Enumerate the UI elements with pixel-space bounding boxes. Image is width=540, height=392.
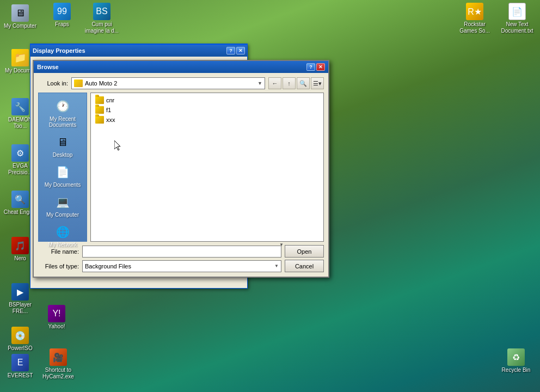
desktop-icon-my-computer[interactable]: 🖥 My Computer	[3, 4, 38, 29]
browse-body: Look in: Auto Moto 2 ▼ ← ↑ 🔍 ☰▾	[34, 73, 328, 277]
evga-icon: ⚙	[11, 144, 29, 162]
bsplayer-label: BSPlayer FRE...	[3, 302, 38, 315]
toolbar-buttons: ← ↑ 🔍 ☰▾	[268, 77, 324, 89]
cheat-engine-icon: 🔍	[11, 191, 29, 208]
display-properties-title: Display Properties	[33, 47, 225, 54]
file-item-cnr[interactable]: cnr	[93, 95, 321, 105]
look-in-folder-icon	[74, 79, 83, 87]
everest-label: EVEREST	[8, 372, 33, 379]
file-name-input-wrapper: ▼	[82, 246, 281, 258]
desktop-icon-new-text[interactable]: 📄 New Text Document.txt	[500, 3, 535, 34]
my-computer-place-label: My Computer	[46, 212, 79, 218]
place-item-my-computer[interactable]: 💻 My Computer	[41, 191, 84, 220]
folder-f1-name: f1	[106, 107, 111, 113]
files-of-type-label: Files of type:	[38, 263, 79, 270]
file-name-label: File name:	[38, 248, 79, 255]
folder-cnr-icon	[95, 96, 104, 104]
file-item-f1[interactable]: f1	[93, 105, 321, 115]
display-properties-help-button[interactable]: ?	[226, 47, 235, 54]
desktop-icon-recycle-bin[interactable]: ♻ Recycle Bin	[499, 348, 533, 373]
desktop: 🖥 My Computer 📁 My Docum... 🔧 DAEMON Too…	[0, 0, 540, 392]
place-item-my-docs[interactable]: 📄 My Documents	[41, 161, 84, 190]
files-of-type-value: Background Files	[85, 263, 131, 270]
my-computer-place-icon: 💻	[54, 193, 71, 211]
my-docs-place-icon: 📄	[54, 163, 71, 181]
recent-documents-label: My Recent Documents	[43, 116, 82, 128]
rockstar-icon: R★	[466, 3, 483, 20]
files-of-type-dropdown-arrow: ▼	[274, 264, 279, 268]
desktop-icon-hycam[interactable]: 🎥 Shortcut to HyCam2.exe	[41, 348, 76, 380]
my-computer-label: My Computer	[4, 23, 36, 29]
folder-cnr-name: cnr	[106, 97, 114, 103]
hycam-icon: 🎥	[50, 348, 67, 366]
desktop-icon-poweriso[interactable]: 💿 PowerISO	[3, 327, 38, 352]
everest-icon: E	[11, 354, 29, 371]
place-item-desktop[interactable]: 🖥 Desktop	[41, 131, 84, 160]
browse-main: 🕐 My Recent Documents 🖥 Desktop 📄 My Doc…	[38, 93, 324, 242]
bsplayer-icon: ▶	[11, 283, 29, 301]
yahoo-label: Yahoo!	[48, 323, 65, 330]
browse-close-button[interactable]: ✕	[316, 63, 325, 71]
desktop-icon-fraps[interactable]: 99 Fraps	[45, 3, 79, 28]
browse-title: Browse	[37, 64, 305, 70]
poweriso-label: PowerISO	[8, 345, 33, 352]
files-of-type-select[interactable]: Background Files ▼	[82, 260, 281, 272]
open-button[interactable]: Open	[285, 245, 324, 258]
recent-documents-icon: 🕐	[54, 97, 71, 115]
daemon-icon: 🔧	[11, 98, 29, 115]
toolbar-view-button[interactable]: ☰▾	[311, 77, 324, 89]
browse-help-button[interactable]: ?	[306, 63, 315, 71]
look-in-value: Auto Moto 2	[85, 80, 117, 87]
recycle-bin-label: Recycle Bin	[502, 367, 531, 373]
file-name-input[interactable]	[82, 246, 281, 258]
browse-bottom: File name: ▼ Open Files of type: Backgro…	[38, 245, 324, 272]
files-of-type-row: Files of type: Background Files ▼ Cancel	[38, 260, 324, 272]
yahoo-icon: Y!	[48, 305, 65, 322]
new-text-label: New Text Document.txt	[500, 21, 535, 34]
desktop-icon-everest[interactable]: E EVEREST	[3, 354, 38, 379]
display-properties-titlebar: Display Properties ? ✕	[30, 45, 247, 57]
fraps-icon: 99	[53, 3, 71, 20]
desktop-icon-yahoo[interactable]: Y! Yahoo!	[39, 305, 74, 330]
folder-xxx-name: xxx	[106, 117, 115, 123]
cum-pui-label: Cum pui imagine la d...	[84, 21, 119, 34]
poweriso-icon: 💿	[11, 327, 29, 344]
look-in-dropdown-arrow: ▼	[257, 81, 262, 86]
folder-xxx-icon	[95, 116, 104, 124]
browse-titlebar: Browse ? ✕	[34, 61, 328, 73]
new-text-icon: 📄	[508, 3, 526, 20]
desktop-place-label: Desktop	[53, 152, 73, 158]
hycam-label: Shortcut to HyCam2.exe	[41, 367, 76, 380]
network-place-icon: 🌐	[54, 223, 71, 241]
recycle-bin-icon: ♻	[507, 348, 525, 366]
my-documents-icon: 📁	[11, 49, 29, 66]
nero-icon: 🎵	[11, 237, 29, 254]
file-name-row: File name: ▼ Open	[38, 245, 324, 258]
places-panel: 🕐 My Recent Documents 🖥 Desktop 📄 My Doc…	[38, 93, 87, 242]
files-of-type-input-wrapper: Background Files ▼	[82, 260, 281, 272]
rockstar-label: Rockstar Games So...	[457, 21, 492, 34]
cum-pui-icon: BS	[93, 3, 111, 20]
browse-dialog: Browse ? ✕ Look in: Auto Moto 2 ▼ ← ↑ 🔍 …	[33, 60, 329, 278]
fraps-label: Fraps	[55, 21, 69, 28]
place-item-recent[interactable]: 🕐 My Recent Documents	[41, 95, 84, 130]
desktop-icon-rockstar[interactable]: R★ Rockstar Games So...	[457, 3, 492, 34]
display-properties-close-button[interactable]: ✕	[236, 47, 245, 54]
toolbar-up-button[interactable]: ↑	[283, 77, 296, 89]
folder-f1-icon	[95, 106, 104, 114]
look-in-label: Look in:	[38, 80, 68, 87]
toolbar-search-button[interactable]: 🔍	[297, 77, 310, 89]
nero-label: Nero	[14, 255, 26, 262]
cancel-button[interactable]: Cancel	[285, 260, 324, 272]
desktop-icon-cum-pui[interactable]: BS Cum pui imagine la d...	[84, 3, 119, 34]
file-item-xxx[interactable]: xxx	[93, 115, 321, 125]
look-in-row: Look in: Auto Moto 2 ▼ ← ↑ 🔍 ☰▾	[38, 77, 324, 89]
desktop-place-icon: 🖥	[54, 133, 71, 151]
look-in-select[interactable]: Auto Moto 2 ▼	[71, 77, 265, 89]
file-list[interactable]: cnr f1 xxx	[90, 93, 324, 242]
my-docs-place-label: My Documents	[45, 182, 81, 188]
toolbar-back-button[interactable]: ←	[268, 77, 281, 89]
my-computer-icon: 🖥	[11, 4, 29, 22]
